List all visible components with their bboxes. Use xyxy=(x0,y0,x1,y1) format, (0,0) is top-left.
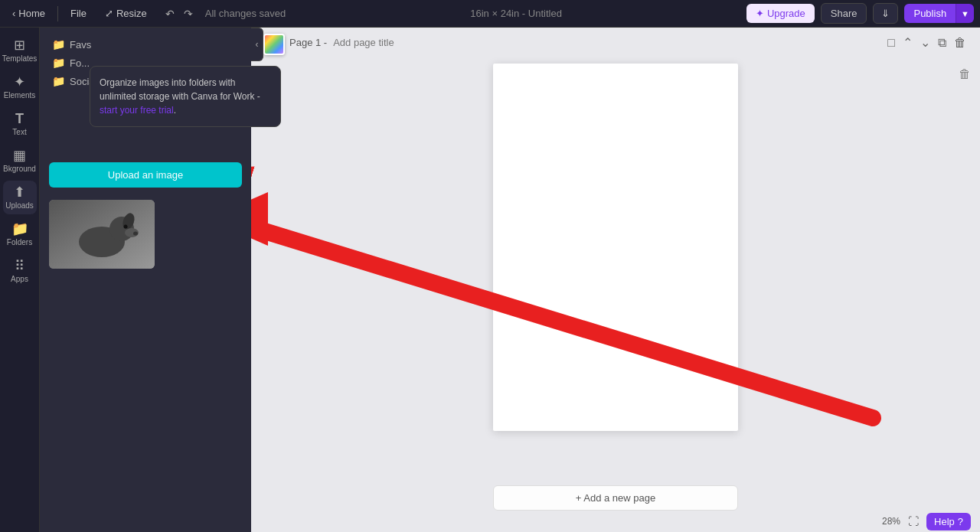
fullscreen-button[interactable]: ⛶ xyxy=(906,514,920,529)
uploads-grid xyxy=(40,194,251,275)
publish-label: Publish xyxy=(913,8,946,19)
elements-icon: ✦ xyxy=(14,75,25,89)
upgrade-label: Upgrade xyxy=(767,8,805,19)
page-copy-button[interactable]: ⧉ xyxy=(936,34,948,51)
file-label: File xyxy=(70,8,87,19)
sidebar-item-background[interactable]: ▦ Bkground xyxy=(3,144,37,178)
help-button[interactable]: Help ? xyxy=(926,513,971,530)
home-button[interactable]: ‹ Home xyxy=(6,5,51,22)
sidebar-label-folders: Folders xyxy=(7,238,32,246)
folder-label-favs: Favs xyxy=(70,39,91,51)
publish-button[interactable]: Publish xyxy=(904,4,956,23)
chevron-left-icon: ‹ xyxy=(256,39,259,50)
resize-icon: ⤢ xyxy=(105,8,113,19)
page-header: Page 1 - □ ⌃ ⌄ ⧉ 🗑 xyxy=(251,28,980,57)
help-icon: ? xyxy=(958,516,963,527)
undo-redo-group: ↶ ↷ xyxy=(159,5,199,23)
svg-point-7 xyxy=(133,232,138,236)
sidebar-label-text: Text xyxy=(12,128,26,136)
redo-button[interactable]: ↷ xyxy=(181,5,196,23)
svg-point-6 xyxy=(124,225,128,229)
download-button[interactable]: ⇓ xyxy=(873,3,898,24)
sidebar-label-uploads: Uploads xyxy=(5,201,34,210)
help-label: Help xyxy=(934,516,955,527)
zoom-level: 28% xyxy=(882,516,900,527)
topbar-left: ‹ Home File ⤢ Resize ↶ ↷ All changes sav… xyxy=(0,5,292,23)
sidebar-item-templates[interactable]: ⊞ Templates xyxy=(3,34,37,67)
topbar-divider xyxy=(57,6,58,21)
page-label: Page 1 - xyxy=(289,37,327,48)
canvas-area: 🗑 Page 1 - □ ⌃ ⌄ ⧉ 🗑 + Add a new page 28… xyxy=(251,28,980,532)
page-delete-button[interactable]: 🗑 xyxy=(952,34,968,51)
add-page-label: + Add a new page xyxy=(576,492,655,504)
text-icon: T xyxy=(15,112,24,126)
sidebar-item-apps[interactable]: ⠿ Apps xyxy=(3,254,37,288)
share-button[interactable]: Share xyxy=(821,3,867,24)
delete-button[interactable]: 🗑 xyxy=(959,67,971,81)
canvas-page[interactable] xyxy=(493,64,738,431)
topbar-center: 16in × 24in - Untitled xyxy=(292,8,740,19)
canvas-wrapper xyxy=(493,57,738,532)
background-icon: ▦ xyxy=(13,149,26,162)
hide-panel-button[interactable]: ‹ xyxy=(251,28,263,61)
folder-item-favs[interactable]: 📁 Favs xyxy=(49,37,242,52)
sidebar-label-bkground: Bkground xyxy=(3,165,36,173)
folder-icon-social: 📁 xyxy=(52,75,65,87)
bottom-bar: 28% ⛶ Help ? xyxy=(502,511,980,532)
publish-caret-button[interactable]: ▼ xyxy=(956,4,974,23)
uploaded-image-dog[interactable] xyxy=(49,200,155,269)
upload-btn-label: Upload an image xyxy=(108,169,183,181)
page-view-button[interactable]: □ xyxy=(886,34,897,51)
templates-icon: ⊞ xyxy=(14,38,25,52)
left-sidebar: ⊞ Templates ✦ Elements T Text ▦ Bkground… xyxy=(0,28,40,532)
folder-icon-fo: 📁 xyxy=(52,57,65,69)
topbar-right: ✦ Upgrade Share ⇓ Publish ▼ xyxy=(740,3,980,24)
undo-button[interactable]: ↶ xyxy=(162,5,178,23)
sidebar-item-uploads[interactable]: ⬆ Uploads xyxy=(3,181,37,214)
resize-button[interactable]: ⤢ Resize xyxy=(99,5,153,22)
add-page-button[interactable]: + Add a new page xyxy=(493,485,738,511)
download-icon: ⇓ xyxy=(881,8,890,19)
folder-icon-favs: 📁 xyxy=(52,38,65,51)
sidebar-item-elements[interactable]: ✦ Elements xyxy=(3,70,37,104)
add-page-bar: + Add a new page xyxy=(493,485,738,511)
home-label: Home xyxy=(18,8,45,19)
uploads-panel: 📁 Favs 📁 Fo... 📁 Social Organize images … xyxy=(40,28,251,532)
apps-icon: ⠿ xyxy=(15,259,24,273)
sidebar-item-text[interactable]: T Text xyxy=(3,107,37,141)
sidebar-item-folders[interactable]: 📁 Folders xyxy=(3,217,37,251)
uploads-icon: ⬆ xyxy=(14,185,25,199)
chevron-down-icon: ▼ xyxy=(961,9,969,18)
saved-status: All changes saved xyxy=(205,8,286,19)
page-nav-next-button[interactable]: ⌄ xyxy=(919,34,932,51)
page-nav-prev-button[interactable]: ⌃ xyxy=(901,34,914,51)
page-header-icons: □ ⌃ ⌄ ⧉ 🗑 xyxy=(886,34,968,51)
publish-group: Publish ▼ xyxy=(904,4,974,23)
sidebar-label-elements: Elements xyxy=(4,91,36,100)
upgrade-button[interactable]: ✦ Upgrade xyxy=(746,4,815,23)
resize-label: Resize xyxy=(116,8,147,19)
folder-label-fo: Fo... xyxy=(70,57,90,69)
sidebar-label-apps: Apps xyxy=(11,275,28,283)
page-title-input[interactable] xyxy=(333,37,880,48)
promo-text: Organize images into folders with unlimi… xyxy=(100,77,260,102)
upgrade-icon: ✦ xyxy=(756,8,764,19)
file-button[interactable]: File xyxy=(64,5,93,22)
chevron-left-icon: ‹ xyxy=(12,8,15,19)
upload-button-container: Upload an image xyxy=(40,156,251,194)
promo-tooltip: Organize images into folders with unlimi… xyxy=(90,66,281,127)
sidebar-label-templates: Templates xyxy=(2,54,38,63)
share-label: Share xyxy=(831,8,858,19)
folders-icon: 📁 xyxy=(11,222,28,236)
topbar: ‹ Home File ⤢ Resize ↶ ↷ All changes sav… xyxy=(0,0,980,28)
doc-title: 16in × 24in - Untitled xyxy=(470,8,562,19)
promo-link[interactable]: start your free trial xyxy=(100,105,174,116)
promo-link-suffix: . xyxy=(174,105,176,116)
upload-image-button[interactable]: Upload an image xyxy=(49,162,242,188)
